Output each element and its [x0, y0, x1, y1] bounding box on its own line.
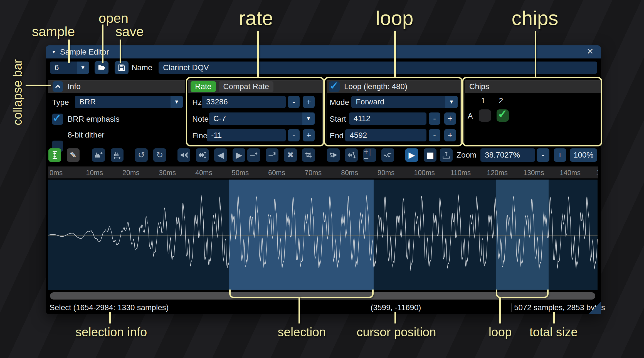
zoom-reset-button[interactable]: 100%: [570, 148, 597, 162]
draw-mode-button[interactable]: ✎: [67, 148, 80, 162]
fade-out-button[interactable]: ▶: [233, 148, 245, 162]
normalize-button[interactable]: [196, 148, 209, 162]
preview-button[interactable]: ▶: [405, 148, 418, 162]
type-value: BRR: [75, 97, 96, 106]
fine-minus-button[interactable]: -: [288, 129, 300, 141]
annotation-line-chips: [535, 31, 536, 77]
loop-start-value: 4112: [349, 114, 370, 123]
hz-value: 33286: [202, 97, 228, 106]
waveform-plus-icon: [94, 151, 103, 159]
ruler-tick: 0ms: [50, 169, 63, 177]
loop-panel-header: ✓ Loop (length: 480): [327, 80, 460, 93]
chip-2-checkbox[interactable]: ✓: [497, 109, 509, 122]
loop-end-label: End: [330, 130, 344, 142]
waveform-canvas[interactable]: [48, 180, 598, 290]
fade-in-button[interactable]: ◀: [214, 148, 227, 162]
ruler-tick: 130ms: [523, 169, 544, 177]
annotation-selection-info: selection info: [76, 325, 147, 339]
fine-value: -11: [207, 131, 222, 140]
invert-button[interactable]: [345, 148, 358, 162]
hz-input[interactable]: 33286: [202, 96, 286, 108]
reverse-button[interactable]: [327, 148, 340, 162]
brr-emphasis-label: BRR emphasis: [68, 113, 120, 125]
invert-icon: [347, 151, 356, 159]
chip-1-checkbox[interactable]: [479, 109, 491, 122]
insert-silence-button[interactable]: [247, 148, 260, 162]
hz-label: Hz: [192, 96, 202, 109]
annotation-line-save: [120, 40, 121, 63]
loop-start-minus-button[interactable]: -: [429, 112, 440, 125]
loop-start-input[interactable]: 4112: [349, 112, 426, 125]
fine-plus-button[interactable]: +: [303, 129, 315, 141]
hz-minus-button[interactable]: -: [288, 96, 300, 108]
stop-preview-button[interactable]: ■: [424, 148, 436, 162]
zoom-out-button[interactable]: -: [537, 148, 549, 162]
name-label: Name: [132, 62, 152, 74]
annotation-selection: selection: [278, 325, 326, 339]
trim-button[interactable]: [302, 148, 315, 162]
loop-panel: ✓ Loop (length: 480) Mode Forward ▼ Star…: [327, 80, 461, 145]
annotation-sample: sample: [32, 24, 75, 39]
fade-in-icon: ◀: [217, 151, 224, 159]
close-icon[interactable]: ✕: [587, 46, 594, 56]
annotation-collapse-bar: collapse bar: [11, 48, 24, 125]
status-divider: [368, 303, 368, 312]
hz-plus-button[interactable]: +: [303, 96, 315, 108]
chevron-down-icon[interactable]: ▼: [77, 62, 89, 74]
collapse-bar-button[interactable]: [53, 81, 63, 92]
signed-unsigned-button[interactable]: +|−: [363, 148, 376, 162]
amplify-button[interactable]: [177, 148, 190, 162]
redo-icon: ↻: [156, 151, 163, 159]
filter-button[interactable]: [381, 148, 394, 162]
chevron-down-icon[interactable]: ▼: [302, 112, 315, 125]
annotation-line-collapse-bar: [26, 85, 51, 86]
ruler-tick: 30ms: [159, 169, 176, 177]
loop-end-input[interactable]: 4592: [345, 129, 426, 141]
undo-icon: ↺: [138, 151, 145, 159]
brr-emphasis-checkbox[interactable]: ✓: [52, 114, 63, 125]
undo-button[interactable]: ↺: [135, 148, 148, 162]
resample-button[interactable]: [111, 148, 124, 162]
mode-dropdown[interactable]: Forward ▼: [351, 96, 458, 108]
save-button[interactable]: [115, 61, 129, 74]
window-collapse-icon[interactable]: ▼: [51, 49, 56, 55]
mode-value: Forward: [351, 97, 384, 106]
status-divider: [511, 303, 512, 312]
zoom-in-button[interactable]: +: [554, 148, 566, 162]
sample-selector[interactable]: 6 ▼: [50, 62, 89, 74]
loop-enable-checkbox[interactable]: ✓: [329, 81, 340, 92]
resize-button[interactable]: [92, 148, 105, 162]
ruler-tick: 120ms: [487, 169, 508, 177]
tab-compat-rate[interactable]: Compat Rate: [219, 81, 273, 92]
i-beam-cursor-icon: [51, 151, 58, 159]
type-dropdown[interactable]: BRR ▼: [75, 96, 183, 108]
chips-panel: Chips 1 2 A ✓: [465, 80, 601, 145]
chevron-down-icon[interactable]: ▼: [445, 96, 458, 108]
chevron-down-icon[interactable]: ▼: [171, 96, 183, 108]
loop-start-plus-button[interactable]: +: [444, 112, 456, 125]
fine-input[interactable]: -11: [207, 129, 286, 141]
loop-end-minus-button[interactable]: -: [429, 129, 440, 141]
edit-mode-button[interactable]: [48, 148, 61, 162]
apply-silence-button[interactable]: [266, 148, 278, 162]
upload-sample-button[interactable]: [440, 148, 453, 162]
folder-open-icon: [97, 63, 106, 72]
redo-button[interactable]: ↻: [153, 148, 166, 162]
waveform-display[interactable]: [48, 180, 598, 290]
note-dropdown[interactable]: C-7 ▼: [209, 112, 315, 125]
chips-panel-title: Chips: [469, 82, 489, 91]
open-button[interactable]: [95, 61, 108, 74]
loop-end-plus-button[interactable]: +: [444, 129, 456, 141]
delete-button[interactable]: ✖: [284, 148, 297, 162]
tab-rate[interactable]: Rate: [191, 81, 216, 92]
reverse-icon: [329, 151, 337, 159]
rate-tab-bar: Rate Compat Rate: [188, 80, 322, 93]
check-icon: ✓: [498, 107, 507, 121]
name-input[interactable]: Clarinet DQV: [159, 62, 597, 74]
window-resize-grip[interactable]: [589, 302, 601, 314]
chips-row-label: A: [468, 110, 473, 122]
annotation-rate: rate: [239, 7, 273, 30]
annotation-open: open: [99, 11, 129, 26]
annotation-total-size: total size: [529, 325, 578, 339]
zoom-input[interactable]: 38.7027%: [480, 148, 535, 162]
